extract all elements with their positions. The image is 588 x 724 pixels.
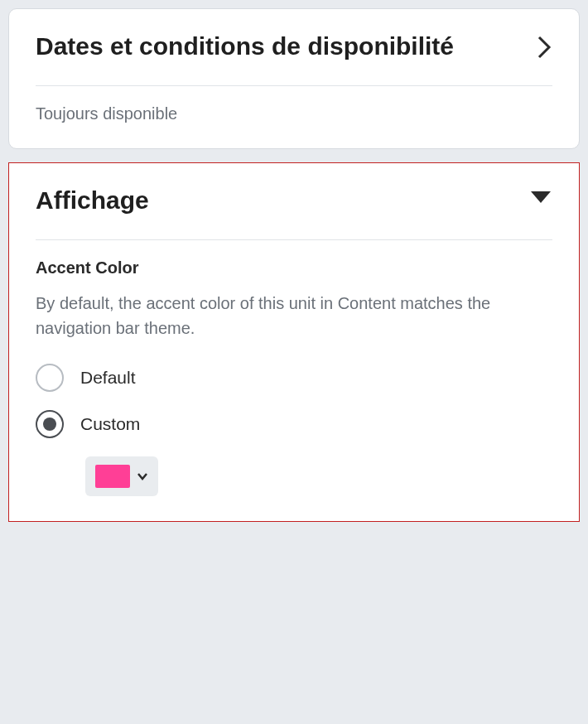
availability-title: Dates et conditions de disponibilité [36, 31, 523, 62]
radio-icon-selected [36, 410, 64, 438]
radio-option-default[interactable]: Default [36, 364, 552, 392]
accent-color-label: Accent Color [36, 258, 552, 278]
display-title: Affichage [36, 185, 516, 216]
chevron-down-icon [529, 190, 552, 208]
accent-color-description: By default, the accent color of this uni… [36, 291, 499, 340]
availability-panel: Dates et conditions de disponibilité Tou… [8, 8, 580, 149]
radio-label-default: Default [80, 368, 136, 388]
divider [36, 85, 552, 86]
svg-marker-0 [531, 191, 551, 203]
chevron-down-icon [137, 469, 148, 484]
color-swatch [95, 465, 130, 488]
radio-icon [36, 364, 64, 392]
display-header[interactable]: Affichage [36, 185, 552, 216]
divider [36, 239, 552, 240]
radio-dot [43, 418, 56, 431]
chevron-right-icon [536, 36, 552, 62]
availability-header[interactable]: Dates et conditions de disponibilité [36, 31, 552, 62]
availability-status: Toujours disponible [36, 104, 552, 123]
color-picker-button[interactable] [85, 456, 158, 496]
display-panel: Affichage Accent Color By default, the a… [8, 162, 580, 522]
radio-option-custom[interactable]: Custom [36, 410, 552, 438]
radio-label-custom: Custom [80, 414, 140, 434]
